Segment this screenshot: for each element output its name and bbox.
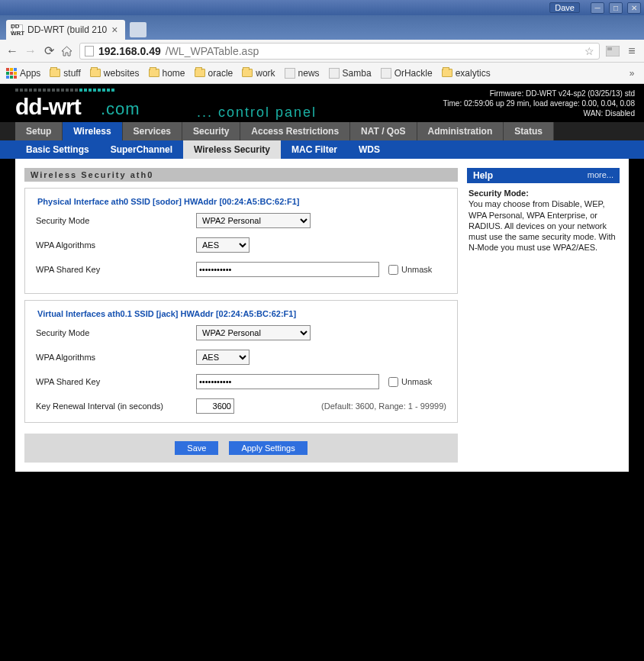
bookmark-label: oracle — [208, 68, 233, 79]
key-renewal-input[interactable] — [196, 398, 234, 414]
bookmark-samba[interactable]: Samba — [329, 68, 372, 79]
bookmark-oracle[interactable]: oracle — [195, 68, 233, 79]
folder-icon — [442, 69, 452, 77]
maximize-button[interactable]: □ — [609, 2, 623, 14]
bookmark-news[interactable]: news — [285, 68, 320, 79]
bookmark-label: Samba — [343, 68, 372, 79]
folder-icon — [90, 69, 101, 77]
main-column: Wireless Security ath0 Physical Interfac… — [24, 168, 458, 463]
firmware-line: Firmware: DD-WRT v24-sp2 (03/25/13) std — [443, 89, 635, 98]
back-button[interactable]: ← — [6, 44, 18, 58]
unmask-checkbox[interactable] — [388, 377, 398, 387]
help-heading: Security Mode: — [469, 188, 618, 198]
bookmark-exalytics[interactable]: exalytics — [442, 68, 491, 79]
reload-button[interactable]: ⟳ — [43, 44, 55, 58]
window-titlebar: Dave ─ □ ✕ — [0, 0, 644, 15]
menu-button[interactable]: ≡ — [626, 44, 638, 58]
bookmark-work[interactable]: work — [242, 68, 275, 79]
help-header: Help more... — [467, 168, 620, 183]
virtual-legend: Virtual Interfaces ath0.1 SSID [jack] HW… — [36, 309, 298, 318]
bookmark-star-icon[interactable]: ☆ — [584, 45, 594, 57]
security-mode-select[interactable]: WPA2 Personal — [196, 213, 311, 228]
svg-rect-1 — [607, 47, 612, 50]
folder-icon — [149, 69, 159, 77]
key-renewal-hint: (Default: 3600, Range: 1 - 99999) — [321, 401, 446, 411]
ddwrt-logo-svg: dd-wrt .com — [15, 95, 183, 121]
wpa-algo-label: WPA Algorithms — [36, 240, 196, 250]
unmask-checkbox[interactable] — [388, 265, 398, 275]
physical-legend: Physical Interface ath0 SSID [sodor] HWA… — [36, 197, 301, 206]
url-host: 192.168.0.49 — [98, 45, 161, 57]
apply-settings-button[interactable]: Apply Settings — [229, 441, 307, 455]
minimize-button[interactable]: ─ — [591, 2, 604, 14]
wpa-algo-select[interactable]: AES — [196, 237, 250, 253]
shared-key-input[interactable] — [196, 262, 379, 277]
help-column: Help more... Security Mode: You may choo… — [467, 168, 620, 463]
page-icon — [85, 46, 94, 56]
extension-icon[interactable] — [606, 46, 620, 56]
bookmark-orhackle[interactable]: OrHackle — [381, 68, 433, 79]
nav-wireless[interactable]: Wireless — [63, 122, 122, 140]
url-bar[interactable]: 192.168.0.49/WL_WPATable.asp ☆ — [79, 43, 600, 60]
bookmark-websites[interactable]: websites — [90, 68, 140, 79]
content: Wireless Security ath0 Physical Interfac… — [15, 159, 629, 472]
unmask-label: Unmask — [401, 377, 432, 386]
subnav-mac-filter[interactable]: MAC Filter — [281, 140, 348, 159]
virtual-interface-group: Virtual Interfaces ath0.1 SSID [jack] HW… — [24, 300, 458, 423]
security-mode-label: Security Mode — [36, 216, 196, 225]
key-renewal-label: Key Renewal Interval (in seconds) — [36, 401, 196, 411]
unmask-control[interactable]: Unmask — [388, 265, 432, 275]
header-status: Firmware: DD-WRT v24-sp2 (03/25/13) std … — [443, 89, 635, 118]
nav-security[interactable]: Security — [182, 122, 240, 140]
bookmark-overflow-icon[interactable]: » — [626, 68, 638, 79]
bookmark-home[interactable]: home — [149, 68, 185, 79]
browser-tab[interactable]: DD WRT DD-WRT (build 210 × — [6, 20, 125, 40]
subnav-superchannel[interactable]: SuperChannel — [100, 140, 183, 159]
help-title: Help — [473, 170, 493, 181]
wpa-algo-select[interactable]: AES — [196, 350, 250, 365]
time-line: Time: 02:59:06 up 29 min, load average: … — [443, 98, 635, 108]
control-panel-label: ... control panel — [197, 105, 317, 121]
tab-favicon: DD WRT — [12, 24, 23, 35]
security-mode-select[interactable]: WPA2 Personal — [196, 325, 311, 340]
bookmarks-bar: Apps stuff websites home oracle work new… — [0, 63, 644, 84]
site-logo: dd-wrt .com ... control panel — [15, 89, 317, 121]
browser-toolbar: ← → ⟳ 192.168.0.49/WL_WPATable.asp ☆ ≡ — [0, 40, 644, 63]
url-path: /WL_WPATable.asp — [166, 45, 259, 57]
tab-close-icon[interactable]: × — [111, 24, 118, 36]
nav-services[interactable]: Services — [123, 122, 182, 140]
samba-icon — [329, 68, 340, 79]
bookmark-label: home — [163, 68, 185, 79]
folder-icon — [242, 69, 253, 77]
unmask-control[interactable]: Unmask — [388, 377, 432, 387]
bookmark-label: exalytics — [456, 68, 491, 79]
nav-status[interactable]: Status — [504, 122, 554, 140]
news-icon — [285, 68, 295, 79]
button-bar: Save Apply Settings — [24, 434, 458, 463]
bookmark-stuff[interactable]: stuff — [50, 68, 80, 79]
nav-setup[interactable]: Setup — [15, 122, 63, 140]
subnav-basic-settings[interactable]: Basic Settings — [15, 140, 100, 159]
subnav-wds[interactable]: WDS — [348, 140, 391, 159]
bookmark-apps[interactable]: Apps — [6, 68, 40, 79]
new-tab-button[interactable] — [130, 22, 147, 37]
wan-line: WAN: Disabled — [443, 108, 635, 118]
help-text: You may choose from Disable, WEP, WPA Pe… — [469, 198, 618, 253]
home-button[interactable] — [61, 46, 73, 56]
save-button[interactable]: Save — [175, 441, 218, 455]
close-button[interactable]: ✕ — [627, 2, 641, 14]
page-header: dd-wrt .com ... control panel Firmware: … — [0, 84, 644, 122]
svg-text:dd-wrt: dd-wrt — [15, 95, 82, 119]
help-more-link[interactable]: more... — [588, 170, 613, 181]
nav-nat-qos[interactable]: NAT / QoS — [350, 122, 417, 140]
bookmark-label: websites — [104, 68, 140, 79]
section-title: Wireless Security ath0 — [24, 168, 458, 182]
subnav-wireless-security[interactable]: Wireless Security — [183, 140, 281, 159]
bookmark-label: work — [256, 68, 275, 79]
nav-administration[interactable]: Administration — [417, 122, 504, 140]
forward-button[interactable]: → — [24, 44, 37, 58]
nav-access-restrictions[interactable]: Access Restrictions — [240, 122, 350, 140]
shared-key-label: WPA Shared Key — [36, 377, 196, 386]
apps-grid-icon — [6, 68, 17, 79]
shared-key-input[interactable] — [196, 374, 379, 389]
